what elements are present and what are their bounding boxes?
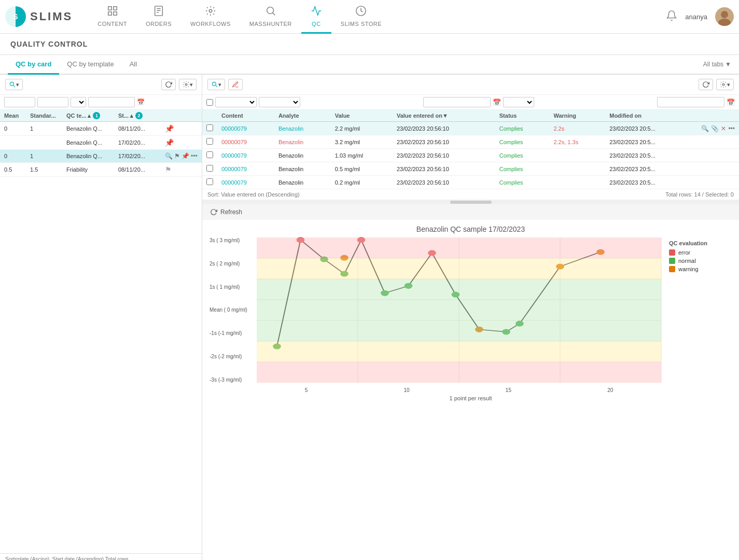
masshunter-label: MASSHUNTER xyxy=(249,21,292,27)
scrollbar-thumb[interactable] xyxy=(450,201,492,204)
right-date-input-2[interactable] xyxy=(657,97,724,107)
right-filter-select-2[interactable] xyxy=(259,97,300,107)
x-axis-title: 1 point per result xyxy=(207,395,734,401)
th-value[interactable]: Value xyxy=(331,110,393,122)
left-filter-select[interactable] xyxy=(71,97,86,107)
row-checkbox[interactable] xyxy=(206,165,213,172)
orders-label: ORDERS xyxy=(146,21,172,27)
th-checkbox xyxy=(202,110,217,122)
table-row[interactable]: 00000079 Benazolin 2.2 mg/ml 23/02/2023 … xyxy=(202,122,739,135)
svg-rect-0 xyxy=(108,6,111,9)
row-delete-action[interactable]: ✕ xyxy=(721,125,726,132)
row-pin-button[interactable]: 📌 xyxy=(182,152,189,160)
tab-qc-by-card[interactable]: QC by card xyxy=(8,55,59,75)
right-search-button[interactable]: ▾ xyxy=(207,79,225,90)
table-row[interactable]: 0.5 1.5 Friability 08/11/20... ⚑ xyxy=(0,163,202,177)
svg-point-9 xyxy=(267,7,273,13)
content-link[interactable]: 00000079 xyxy=(221,125,247,132)
left-filter-input-2[interactable] xyxy=(37,97,68,107)
sort-badge-1: 1 xyxy=(93,112,100,119)
table-row[interactable]: 00000079 Benazolin 0.5 mg/ml 23/02/2023 … xyxy=(202,162,739,176)
tab-qc-by-template[interactable]: QC by template xyxy=(59,55,121,75)
left-calendar-icon: 📅 xyxy=(137,99,145,106)
left-refresh-button[interactable] xyxy=(161,79,176,90)
right-filter-select-3[interactable] xyxy=(503,97,534,107)
nav-item-orders[interactable]: ORDERS xyxy=(136,0,181,34)
legend-item-error: error xyxy=(669,249,731,256)
th-value-entered[interactable]: Value entered on▼ xyxy=(393,110,495,122)
table-row[interactable]: 00000079 Benazolin 0.2 mg/ml 23/02/2023 … xyxy=(202,176,739,189)
notification-bell-icon[interactable] xyxy=(666,10,677,24)
right-refresh-button[interactable] xyxy=(699,79,713,90)
right-settings-button[interactable]: ▾ xyxy=(716,79,734,90)
nav-items: CONTENT ORDERS WORKFLOWS MASSHUNTER QC xyxy=(88,0,666,34)
table-row[interactable]: 00000079 Benazolin 3.2 mg/ml 23/02/2023 … xyxy=(202,135,739,149)
content-link[interactable]: 00000079 xyxy=(221,166,247,172)
th-status[interactable]: Status xyxy=(495,110,550,122)
all-tabs-button[interactable]: All tabs ▼ xyxy=(703,61,731,68)
row-flag-button[interactable]: ⚑ xyxy=(174,152,180,160)
right-table-wrap: Content Analyte Value Value entered on▼ … xyxy=(202,110,739,189)
content-link[interactable]: 00000079 xyxy=(221,179,247,186)
right-filter-select-1[interactable] xyxy=(215,97,257,107)
row-checkbox[interactable] xyxy=(206,138,213,145)
nav-item-masshunter[interactable]: MASSHUNTER xyxy=(240,0,301,34)
row-search-button[interactable]: 🔍 xyxy=(165,152,173,160)
left-panel: ▾ ▾ 📅 Mean Standar... xyxy=(0,75,202,560)
tab-all[interactable]: All xyxy=(122,55,145,75)
col-qc-template[interactable]: QC te...▲ 1 xyxy=(66,112,118,119)
chart-plot-area xyxy=(257,237,661,383)
table-row[interactable]: 00000079 Benazolin 1.03 mg/ml 23/02/2023… xyxy=(202,149,739,162)
row-search-action[interactable]: 🔍 xyxy=(701,125,709,132)
row-checkbox[interactable] xyxy=(206,178,213,185)
nav-item-slims-store[interactable]: SLIMS STORE xyxy=(331,0,391,34)
chart-area: 3s ( 3 mg/ml) 2s ( 2 mg/ml) 1s ( 1 mg/ml… xyxy=(207,237,661,393)
table-row[interactable]: 0 1 Benazolin Q... 08/11/20... 📌 xyxy=(0,122,202,136)
left-settings-button[interactable]: ▾ xyxy=(179,79,197,90)
svg-point-15 xyxy=(10,82,13,86)
th-modified[interactable]: Modified on xyxy=(605,110,697,122)
svg-point-17 xyxy=(185,83,187,86)
col-start[interactable]: St...▲ 2 xyxy=(118,112,165,119)
svg-line-10 xyxy=(272,12,275,15)
nav-item-workflows[interactable]: WORKFLOWS xyxy=(181,0,240,34)
select-all-checkbox[interactable] xyxy=(206,99,213,106)
nav-item-content[interactable]: CONTENT xyxy=(88,0,136,34)
content-link[interactable]: 00000079 xyxy=(221,139,247,145)
row-checkbox[interactable] xyxy=(206,151,213,158)
content-link[interactable]: 00000079 xyxy=(221,152,247,159)
right-pencil-button[interactable] xyxy=(228,79,243,90)
scrollbar[interactable] xyxy=(202,200,739,204)
col-mean: Mean xyxy=(4,112,30,119)
th-warning[interactable]: Warning xyxy=(549,110,605,122)
right-calendar-icon: 📅 xyxy=(493,99,501,106)
row-more-button[interactable]: ••• xyxy=(191,152,198,160)
row-checkbox[interactable] xyxy=(206,124,213,131)
user-name: ananya xyxy=(685,13,707,21)
table-row[interactable]: 0 1 Benazolin Q... 17/02/20... 🔍 ⚑ 📌 ••• xyxy=(0,150,202,163)
right-date-input[interactable] xyxy=(423,97,491,107)
svg-line-19 xyxy=(215,85,217,87)
left-date-input[interactable] xyxy=(88,97,135,107)
workflows-icon xyxy=(205,5,216,20)
right-table-footer: Sort: Value entered on (Descending) Tota… xyxy=(202,189,739,200)
left-footer: Sortnplate (Ascing), Start date (Ascendi… xyxy=(0,553,202,560)
legend-item-normal: normal xyxy=(669,258,731,264)
th-analyte[interactable]: Analyte xyxy=(274,110,331,122)
right-toolbar: ▾ ▾ xyxy=(202,75,739,95)
slims-store-label: SLIMS STORE xyxy=(341,21,382,27)
row-attach-action[interactable]: 📎 xyxy=(711,125,719,132)
table-row[interactable]: Benazolin Q... 17/02/20... 📌 xyxy=(0,136,202,150)
refresh-button[interactable]: Refresh xyxy=(210,208,242,216)
warning-dot xyxy=(669,266,675,272)
th-content[interactable]: Content xyxy=(217,110,274,122)
svg-rect-4 xyxy=(155,6,163,15)
row-more-action[interactable]: ••• xyxy=(728,125,735,132)
svg-point-8 xyxy=(209,9,212,12)
left-search-button[interactable]: ▾ xyxy=(5,79,23,90)
svg-rect-3 xyxy=(113,11,116,15)
orders-icon xyxy=(153,5,164,20)
left-filter-input-1[interactable] xyxy=(4,97,35,107)
logo[interactable]: S SLIMS xyxy=(5,6,73,27)
nav-item-qc[interactable]: QC xyxy=(301,0,331,34)
